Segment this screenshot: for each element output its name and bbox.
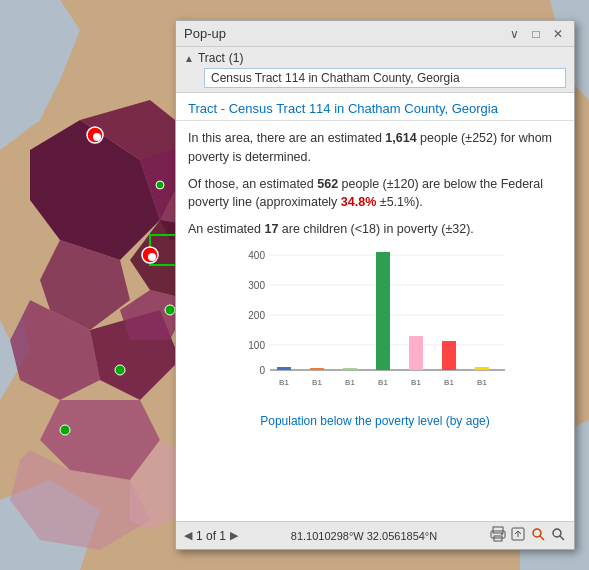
popup-titlebar: Pop-up ∨ □ ✕ (176, 21, 574, 47)
svg-text:200: 200 (248, 310, 265, 321)
svg-text:100: 100 (248, 340, 265, 351)
footer-icons (490, 526, 566, 545)
svg-text:300: 300 (248, 280, 265, 291)
minimize-button[interactable]: ∨ (506, 27, 522, 41)
prev-button[interactable]: ◀ (184, 529, 192, 542)
p3-prefix: An estimated (188, 222, 264, 236)
p2-prefix: Of those, an estimated (188, 177, 317, 191)
footer-nav: ◀ 1 of 1 ▶ (184, 529, 238, 543)
content-header: Tract - Census Tract 114 in Chatham Coun… (176, 93, 574, 121)
tree-root-item[interactable]: ▲ Tract (1) (184, 51, 566, 65)
paragraph-1: In this area, there are an estimated 1,6… (188, 129, 562, 167)
svg-point-14 (148, 253, 156, 261)
tree-child-container: Census Tract 114 in Chatham County, Geor… (204, 68, 566, 88)
svg-line-53 (540, 536, 544, 540)
highlight-icon[interactable] (530, 526, 546, 545)
svg-rect-37 (442, 341, 456, 370)
svg-text:B1: B1 (477, 378, 487, 387)
tree-arrow-icon: ▲ (184, 53, 194, 64)
chart-svg: 400 300 200 100 0 (235, 247, 515, 407)
svg-point-16 (115, 365, 125, 375)
content-body: In this area, there are an estimated 1,6… (176, 121, 574, 423)
svg-text:B1: B1 (312, 378, 322, 387)
search-icon[interactable] (550, 526, 566, 545)
print-icon[interactable] (490, 526, 506, 545)
popup-footer: ◀ 1 of 1 ▶ 81.1010298°W 32.0561854°N (176, 521, 574, 549)
svg-text:B1: B1 (345, 378, 355, 387)
p3-suffix: are children (<18) in poverty (±32). (278, 222, 474, 236)
svg-rect-36 (409, 336, 423, 370)
chart-caption: Population below the poverty level (by a… (235, 414, 515, 428)
svg-rect-38 (475, 367, 489, 370)
svg-point-52 (533, 529, 541, 537)
svg-point-17 (60, 425, 70, 435)
p1-prefix: In this area, there are an estimated (188, 131, 385, 145)
nav-label: 1 of 1 (196, 529, 226, 543)
tree-root-label: Tract (198, 51, 225, 65)
close-button[interactable]: ✕ (550, 27, 566, 41)
svg-text:0: 0 (259, 365, 265, 376)
svg-text:B1: B1 (279, 378, 289, 387)
restore-button[interactable]: □ (528, 27, 544, 41)
svg-rect-34 (343, 368, 357, 370)
popup-tree: ▲ Tract (1) Census Tract 114 in Chatham … (176, 47, 574, 93)
svg-text:400: 400 (248, 250, 265, 261)
p3-bold: 17 (264, 222, 278, 236)
next-button[interactable]: ▶ (230, 529, 238, 542)
svg-point-49 (501, 533, 503, 535)
p2-red: 34.8% (341, 195, 376, 209)
tree-root-count: (1) (229, 51, 244, 65)
svg-point-15 (165, 305, 175, 315)
svg-rect-35 (376, 252, 390, 370)
popup-content: Tract - Census Tract 114 in Chatham Coun… (176, 93, 574, 521)
popup-panel: Pop-up ∨ □ ✕ ▲ Tract (1) Census Tract 11… (175, 20, 575, 550)
svg-point-54 (553, 529, 561, 537)
export-icon[interactable] (510, 526, 526, 545)
svg-point-12 (93, 133, 101, 141)
p2-bold: 562 (317, 177, 338, 191)
svg-line-55 (560, 536, 564, 540)
p1-bold: 1,614 (385, 131, 416, 145)
svg-text:B1: B1 (444, 378, 454, 387)
chart-container: 400 300 200 100 0 (235, 247, 515, 407)
svg-rect-32 (277, 367, 291, 370)
tree-child-label[interactable]: Census Tract 114 in Chatham County, Geor… (204, 68, 566, 88)
p2-suffix: ±5.1%). (376, 195, 422, 209)
paragraph-3: An estimated 17 are children (<18) in po… (188, 220, 562, 239)
titlebar-controls: ∨ □ ✕ (506, 27, 566, 41)
svg-point-18 (156, 181, 164, 189)
svg-text:B1: B1 (411, 378, 421, 387)
footer-coords: 81.1010298°W 32.0561854°N (291, 530, 437, 542)
popup-title: Pop-up (184, 26, 226, 41)
svg-text:B1: B1 (378, 378, 388, 387)
paragraph-2: Of those, an estimated 562 people (±120)… (188, 175, 562, 213)
svg-rect-46 (493, 527, 503, 533)
svg-rect-33 (310, 368, 324, 370)
